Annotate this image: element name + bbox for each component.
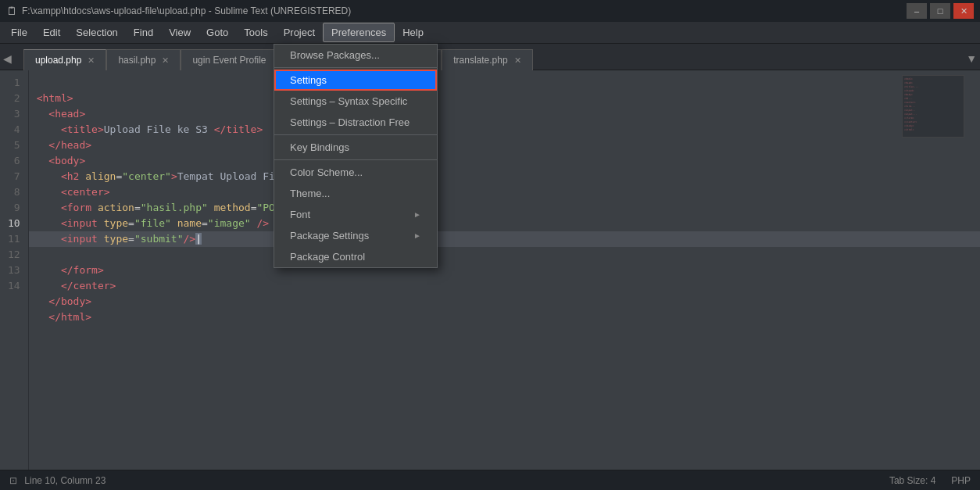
menu-project[interactable]: Project [276,23,323,41]
menu-goto[interactable]: Goto [199,23,236,41]
tab-close-hasil[interactable]: ✕ [162,55,169,66]
menu-color-scheme[interactable]: Color Scheme... [274,162,437,183]
menu-font[interactable]: Font ► [274,204,437,225]
status-bar: ⊡ Line 10, Column 23 Tab Size: 4 PHP [0,470,980,490]
tab-label: upload.php [35,55,81,66]
menu-find[interactable]: Find [126,23,161,41]
menu-settings[interactable]: Settings [274,70,437,91]
menu-selection[interactable]: Selection [68,23,125,41]
mini-code-preview: <html><head><title>...</head><body><h2..… [902,75,964,138]
menu-package-control[interactable]: Package Control [274,246,437,267]
language-indicator[interactable]: PHP [951,475,971,486]
cursor-position: Line 10, Column 23 [24,475,106,486]
menu-package-settings[interactable]: Package Settings ► [274,225,437,246]
menu-help[interactable]: Help [395,23,431,41]
tab-translate-php[interactable]: translate.php ✕ [442,49,532,70]
tab-label: translate.php [453,55,507,66]
status-icon: ⊡ [9,475,17,486]
menu-preferences[interactable]: Preferences [323,23,395,42]
tab-bar: ◀ upload.php ✕ hasil.php ✕ ugin Event Pr… [0,44,980,70]
editor-area: 1 2 3 4 5 6 7 8 9 10 11 12 13 14 <html> … [0,70,980,470]
menu-browse-packages[interactable]: Browse Packages... [274,45,437,66]
tab-hasil-php[interactable]: hasil.php ✕ [106,49,181,70]
tab-nav-right[interactable]: ▼ [966,52,977,65]
menu-file[interactable]: File [3,23,35,41]
title-bar-left: 🗒 F:\xampp\htdocs\aws-upload-file\upload… [6,5,351,17]
maximize-button[interactable]: □ [930,3,950,19]
title-bar: 🗒 F:\xampp\htdocs\aws-upload-file\upload… [0,0,980,22]
tab-close-translate[interactable]: ✕ [514,55,521,66]
line-numbers: 1 2 3 4 5 6 7 8 9 10 11 12 13 14 [0,70,29,470]
status-bar-left: ⊡ Line 10, Column 23 [9,475,106,486]
separator3 [274,159,437,160]
menu-theme[interactable]: Theme... [274,183,437,204]
submenu-arrow2: ► [413,231,421,240]
menu-edit[interactable]: Edit [35,23,68,41]
minimize-button[interactable]: – [907,3,927,19]
tab-label: ugin Event Profile [192,55,266,66]
status-bar-right: Tab Size: 4 PHP [889,475,971,486]
title-bar-controls[interactable]: – □ ✕ [907,3,974,19]
tab-upload-php[interactable]: upload.php ✕ [23,49,106,70]
menu-tools[interactable]: Tools [236,23,275,41]
menu-settings-syntax[interactable]: Settings – Syntax Specific [274,91,437,112]
submenu-arrow: ► [413,210,421,219]
preferences-dropdown: Browse Packages... Settings Settings – S… [274,44,438,268]
window-title: F:\xampp\htdocs\aws-upload-file\upload.p… [22,5,351,16]
tab-size[interactable]: Tab Size: 4 [889,475,935,486]
code-editor[interactable]: <html> <head> <title>Upload File ke S3 <… [29,70,980,470]
separator2 [274,134,437,135]
close-button[interactable]: ✕ [953,3,974,19]
menu-key-bindings[interactable]: Key Bindings [274,137,437,158]
menu-settings-distraction[interactable]: Settings – Distraction Free [274,112,437,133]
menu-view[interactable]: View [161,23,199,41]
app-icon: 🗒 [6,5,17,17]
menu-bar: File Edit Selection Find View Goto Tools… [0,22,980,44]
tab-label: hasil.php [118,55,156,66]
separator [274,67,437,68]
tab-nav-left[interactable]: ◀ [3,52,12,65]
tab-close-upload[interactable]: ✕ [88,55,95,66]
